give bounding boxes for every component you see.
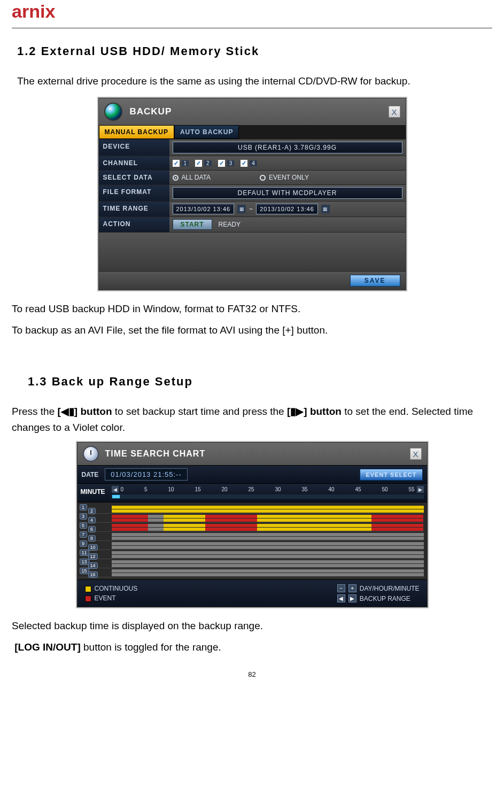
track-row xyxy=(112,532,424,541)
note-fat32: To read USB backup HDD in Window, format… xyxy=(12,301,492,317)
segment-event xyxy=(371,515,423,518)
segment-continuous xyxy=(257,524,371,527)
page-number: 82 xyxy=(12,670,492,678)
chart-area: 12345678910111213141516 xyxy=(77,502,427,579)
row-label-time-range: TIME RANGE xyxy=(99,202,169,216)
date-label: DATE xyxy=(82,471,99,478)
segment-gap xyxy=(112,537,424,540)
channel-label: 5 xyxy=(80,522,87,529)
swatch-yellow-icon xyxy=(85,586,91,592)
channel-label: 11 xyxy=(80,550,89,556)
range-right-icon[interactable]: ▶ xyxy=(348,594,356,602)
segment-gap xyxy=(112,555,424,558)
radio-all-data[interactable]: ALL DATA xyxy=(173,174,211,181)
scroll-right-icon[interactable]: ▶ xyxy=(417,486,424,493)
channel-label: 13 xyxy=(80,559,89,565)
minus-icon[interactable]: − xyxy=(337,584,345,592)
minute-ticks: 0 5 10 15 20 25 30 35 40 45 50 55 xyxy=(121,486,415,492)
minute-cursor-bar[interactable] xyxy=(112,494,424,499)
swatch-red-icon xyxy=(85,596,91,602)
close-icon[interactable]: X xyxy=(389,106,400,118)
row-label-action: ACTION xyxy=(99,217,169,232)
segment-event xyxy=(205,524,257,527)
time-from[interactable]: 2013/10/02 13:46 xyxy=(173,204,235,214)
segment-continuous xyxy=(257,519,371,522)
segment-continuous xyxy=(112,506,424,509)
disc-icon xyxy=(104,103,122,121)
divider xyxy=(12,28,492,28)
logo: arnix xyxy=(12,0,492,28)
tail-text-2: [LOG IN/OUT] button is toggled for the r… xyxy=(12,639,492,655)
channel-label: 1 xyxy=(80,504,87,511)
segment-continuous xyxy=(257,528,371,531)
radio-event-only[interactable]: EVENT ONLY xyxy=(260,174,309,181)
close-icon[interactable]: X xyxy=(410,448,422,460)
segment-continuous xyxy=(164,524,205,527)
channel-label: 7 xyxy=(80,531,87,538)
channel-check-1[interactable]: ✓1 xyxy=(173,160,189,167)
channel-pair: 34 xyxy=(79,514,112,523)
segment-event xyxy=(371,519,423,522)
channel-check-4[interactable]: ✓4 xyxy=(241,160,257,167)
channel-label: 9 xyxy=(80,540,87,547)
right-arrow-button-ref: [▮▶] button xyxy=(287,406,342,417)
minute-label: MINUTE xyxy=(77,484,111,502)
calendar-icon[interactable]: ▦ xyxy=(237,205,246,213)
channel-tracks xyxy=(112,505,424,577)
segment-gap xyxy=(148,519,164,522)
channel-pair: 910 xyxy=(79,541,112,550)
channel-pair: 1516 xyxy=(79,568,112,577)
tail-text-1: Selected backup time is displayed on the… xyxy=(12,618,492,634)
segment-event xyxy=(112,528,148,531)
channel-pair: 12 xyxy=(79,505,112,514)
section-heading-1-3: 1.3 Back up Range Setup xyxy=(28,375,492,389)
channel-check-3[interactable]: ✓3 xyxy=(218,160,235,167)
save-button[interactable]: SAVE xyxy=(350,275,400,287)
channel-labels: 12345678910111213141516 xyxy=(79,505,112,577)
segment-gap xyxy=(112,533,424,536)
time-to[interactable]: 2013/10/02 13:46 xyxy=(256,204,318,214)
segment-gap xyxy=(148,528,164,531)
tab-manual-backup[interactable]: MANUAL BACKUP xyxy=(99,125,174,139)
dialog-padding xyxy=(99,233,406,271)
backup-dialog: BACKUP X MANUAL BACKUP AUTO BACKUP DEVIC… xyxy=(97,97,407,291)
channel-label: 15 xyxy=(80,568,89,574)
segment-continuous xyxy=(257,515,371,518)
minute-cursor[interactable] xyxy=(112,494,120,499)
segment-event xyxy=(371,524,423,527)
legend-right: − + DAY/HOUR/MINUTE ◀ ▶ BACKUP RANGE xyxy=(337,584,420,602)
backup-dialog-titlebar: BACKUP X xyxy=(99,98,406,125)
intro-text: The external drive procedure is the same… xyxy=(17,73,492,89)
plus-icon[interactable]: + xyxy=(348,584,356,592)
channel-check-2[interactable]: ✓2 xyxy=(195,160,212,167)
segment-continuous xyxy=(112,509,424,513)
file-format-dropdown[interactable]: DEFAULT WITH MCDPLAYER xyxy=(173,187,402,199)
segment-gap xyxy=(148,515,164,518)
segment-gap xyxy=(112,560,424,563)
range-left-icon[interactable]: ◀ xyxy=(337,594,345,602)
start-button[interactable]: START xyxy=(173,219,212,230)
note-avi: To backup as an AVI File, set the file f… xyxy=(12,322,492,338)
segment-gap xyxy=(112,564,424,567)
tab-auto-backup[interactable]: AUTO BACKUP xyxy=(174,125,239,139)
segment-gap xyxy=(112,551,424,554)
track-row xyxy=(112,541,424,550)
segment-gap xyxy=(112,573,424,576)
row-label-select-data: SELECT DATA xyxy=(99,171,169,184)
device-dropdown[interactable]: USB (REAR1-A) 3.78G/3.99G xyxy=(173,142,402,153)
row-label-channel: CHANNEL xyxy=(99,156,169,170)
track-row xyxy=(112,559,424,568)
channel-pair: 1314 xyxy=(79,559,112,568)
calendar-icon[interactable]: ▦ xyxy=(321,205,330,213)
scroll-left-icon[interactable]: ◀ xyxy=(112,486,119,493)
track-row xyxy=(112,523,424,532)
backup-dialog-title: BACKUP xyxy=(130,106,172,117)
segment-continuous xyxy=(164,528,205,531)
row-label-device: DEVICE xyxy=(99,140,169,156)
channel-pair: 56 xyxy=(79,523,112,532)
event-select-button[interactable]: EVENT SELECT xyxy=(360,469,422,481)
track-row xyxy=(112,505,424,514)
segment-event xyxy=(112,519,148,522)
date-field[interactable]: 01/03/2013 21:55:-- xyxy=(105,468,187,481)
channel-pair: 1112 xyxy=(79,550,112,559)
